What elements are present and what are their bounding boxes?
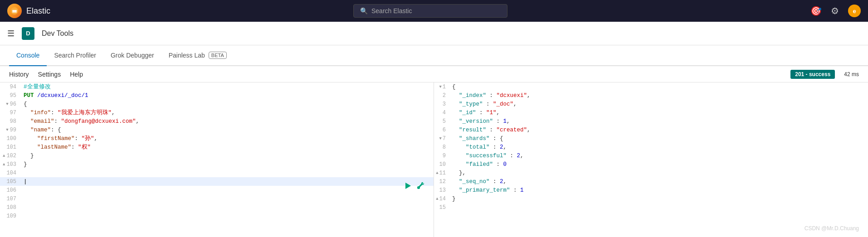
user-avatar[interactable]: e: [848, 5, 861, 17]
output-line: 4 "_id" : "1",: [434, 108, 868, 117]
output-line: 13 "_primary_term" : 1: [434, 186, 868, 194]
editor-line: 100 "firstName": "孙",: [0, 134, 434, 143]
run-button[interactable]: [403, 181, 412, 193]
editor-line: ▲ 103 }: [0, 160, 434, 169]
output-line: ▲ 14 }: [434, 194, 868, 203]
editor-line: 109: [0, 212, 434, 220]
editor-line: 107: [0, 194, 434, 203]
editor-line: 95 PUT /dcxuexi/_doc/1: [0, 91, 434, 100]
tab-search-profiler[interactable]: Search Profiler: [47, 45, 103, 66]
output-line: 8 "total" : 2,: [434, 143, 868, 151]
logo-area: Elastic: [7, 4, 50, 18]
output-line: ▼ 7 "_shards" : {: [434, 134, 868, 143]
editor-line: ▲ 102 }: [0, 151, 434, 160]
search-box[interactable]: 🔍 Search Elastic: [353, 4, 507, 18]
nav-icons-area: 🎯 ⚙ e: [810, 5, 861, 17]
settings-button[interactable]: Settings: [38, 71, 61, 78]
search-area[interactable]: 🔍 Search Elastic: [58, 4, 803, 18]
history-button[interactable]: History: [9, 71, 29, 78]
editor-line: ▼ 99 "name": {: [0, 126, 434, 134]
support-icon[interactable]: 🎯: [810, 5, 822, 16]
editor-line: 97 "info": "我爱上海东方明珠",: [0, 108, 434, 117]
watermark: CSDN @Mr.D.Chuang: [805, 225, 859, 232]
output-line: 6 "result" : "created",: [434, 126, 868, 134]
toolbar: History Settings Help 201 - success 42 m…: [0, 66, 868, 82]
output-line: ▲ 11 },: [434, 169, 868, 177]
editor-line: ▼ 96 {: [0, 100, 434, 108]
time-badge: 42 ms: [844, 71, 859, 77]
elastic-logo[interactable]: [7, 4, 22, 18]
tab-console[interactable]: Console: [9, 45, 47, 66]
output-line: 15: [434, 203, 868, 212]
breadcrumb-icon: D: [22, 27, 34, 40]
output-line: 10 "failed" : 0: [434, 160, 868, 169]
output-panel: ▼ 1 { 2 "_index" : "dcxuexi", 3 "_type" …: [434, 82, 868, 237]
editor-line: 94 #全量修改: [0, 82, 434, 91]
output-line: ▼ 1 {: [434, 82, 868, 91]
editor-line-cursor[interactable]: 105 |: [0, 177, 434, 186]
output-line: 3 "_type" : "_doc",: [434, 100, 868, 108]
editor-line: 104: [0, 169, 434, 177]
hamburger-menu[interactable]: ☰: [7, 29, 15, 39]
app-title: Elastic: [26, 6, 50, 16]
svg-marker-3: [405, 183, 411, 189]
editor-line: 108: [0, 203, 434, 212]
search-placeholder: Search Elastic: [371, 7, 412, 15]
editor-line: 106: [0, 186, 434, 194]
tabs-bar: Console Search Profiler Grok Debugger Pa…: [0, 45, 868, 66]
user-settings-icon[interactable]: ⚙: [831, 5, 839, 16]
output-line: 9 "successful" : 2,: [434, 151, 868, 160]
search-icon: 🔍: [360, 7, 368, 15]
editor-panel[interactable]: 94 #全量修改 95 PUT /dcxuexi/_doc/1 ▼ 96 { 9…: [0, 82, 434, 237]
svg-rect-1: [12, 10, 17, 11]
status-badge: 201 - success: [790, 70, 835, 79]
output-line: 12 "_seq_no" : 2,: [434, 177, 868, 186]
svg-rect-2: [12, 11, 17, 13]
top-navigation: Elastic 🔍 Search Elastic 🎯 ⚙ e: [0, 0, 868, 22]
breadcrumb-title: Dev Tools: [42, 29, 73, 38]
beta-badge: BETA: [209, 52, 227, 59]
editor-area: 94 #全量修改 95 PUT /dcxuexi/_doc/1 ▼ 96 { 9…: [0, 82, 868, 237]
tab-painless-lab[interactable]: Painless Lab BETA: [161, 45, 234, 66]
wrench-button[interactable]: [416, 181, 425, 193]
editor-line: 101 "lastName": "权": [0, 143, 434, 151]
secondary-navigation: ☰ D Dev Tools: [0, 22, 868, 45]
tab-grok-debugger[interactable]: Grok Debugger: [103, 45, 161, 66]
output-line: 2 "_index" : "dcxuexi",: [434, 91, 868, 100]
editor-line: 98 "email": "dongfang@dcxuexi.com",: [0, 117, 434, 126]
output-line: 5 "_version" : 1,: [434, 117, 868, 126]
help-button[interactable]: Help: [70, 71, 83, 78]
